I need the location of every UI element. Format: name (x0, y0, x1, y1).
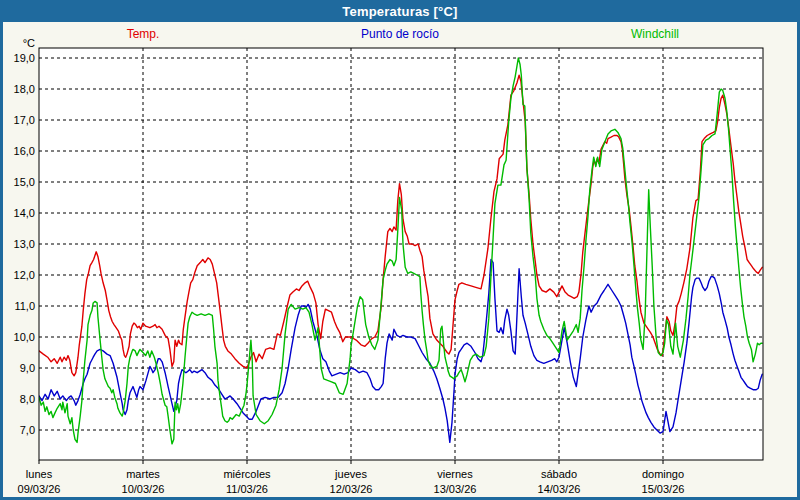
y-tick-label: 8,0 (20, 393, 35, 405)
plot-area (39, 48, 763, 460)
day-name-label: sábado (541, 468, 577, 480)
day-date-label: 13/03/26 (434, 483, 477, 495)
y-tick-label: 15,0 (14, 176, 35, 188)
temperature-chart: 7,08,09,010,011,012,013,014,015,016,017,… (0, 0, 800, 500)
y-tick-label: 14,0 (14, 207, 35, 219)
day-date-label: 12/03/26 (330, 483, 373, 495)
y-tick-label: 19,0 (14, 52, 35, 64)
y-axis-unit-label: °C (23, 37, 35, 49)
day-name-label: domingo (642, 468, 684, 480)
y-tick-label: 13,0 (14, 238, 35, 250)
day-name-label: jueves (334, 468, 367, 480)
y-tick-label: 11,0 (14, 300, 35, 312)
day-name-label: miércoles (223, 468, 271, 480)
weather-chart-window: Temperaturas [°C] Temp. Punto de rocío W… (0, 0, 800, 500)
day-date-label: 09/03/26 (18, 483, 61, 495)
y-tick-label: 16,0 (14, 145, 35, 157)
day-name-label: martes (126, 468, 160, 480)
y-tick-label: 18,0 (14, 83, 35, 95)
y-tick-label: 17,0 (14, 114, 35, 126)
y-tick-label: 12,0 (14, 269, 35, 281)
day-date-label: 11/03/26 (226, 483, 268, 495)
day-date-label: 14/03/26 (538, 483, 581, 495)
y-tick-label: 9,0 (20, 362, 35, 374)
y-tick-label: 7,0 (20, 424, 35, 436)
day-date-label: 15/03/26 (642, 483, 685, 495)
day-name-label: lunes (26, 468, 53, 480)
day-date-label: 10/03/26 (122, 483, 165, 495)
y-tick-label: 10,0 (14, 331, 35, 343)
day-name-label: viernes (437, 468, 473, 480)
